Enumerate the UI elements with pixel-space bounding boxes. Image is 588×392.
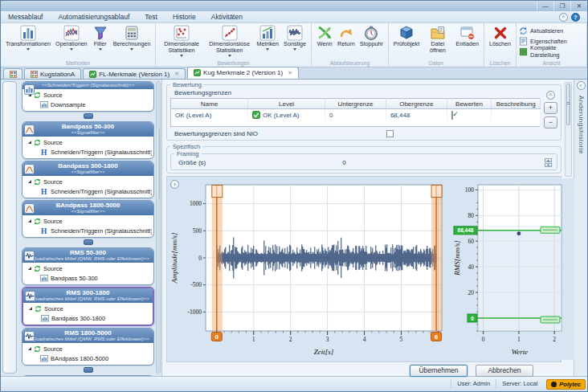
cell-obergrenze[interactable]: 68,448 — [386, 109, 447, 121]
source-row[interactable]: Source — [28, 90, 152, 100]
expander-icon[interactable] — [28, 347, 31, 350]
flow-node[interactable]: <<Schneiden/Triggern (Signalausschnitt)>… — [22, 81, 154, 112]
spinner-down-icon[interactable]: ▼ — [545, 163, 552, 167]
menu-item-aktivitäten[interactable]: Aktivitäten — [211, 13, 243, 21]
ribbon-button-compact[interactable]: Kompakte Darstellung — [519, 47, 584, 56]
column-header-beschreibung[interactable]: Beschreibung — [492, 99, 541, 109]
groesse-value[interactable]: 0 — [342, 159, 545, 166]
ribbon-button-scatter[interactable]: Dimensionale Statistiken — [158, 24, 204, 57]
menu-item-historie[interactable]: Historie — [173, 13, 196, 21]
tab-fl-merkmale-version-1-[interactable]: FL-Merkmale (Version 1)✕ — [83, 68, 186, 79]
expander-icon[interactable] — [29, 307, 32, 310]
bewertungsgrenzen-table[interactable]: NameLevelUntergrenzeObergrenzeBewertenBe… — [170, 98, 541, 127]
column-header-level[interactable]: Level — [248, 99, 325, 109]
child-row[interactable]: HSchneiden/Triggern (Signalausschnitt) — [28, 226, 152, 235]
expander-icon[interactable] — [28, 141, 31, 144]
cell-beschreibung[interactable] — [492, 109, 541, 121]
ribbon-button-calculator[interactable]: Berechnungen — [111, 24, 153, 51]
column-header-obergrenze[interactable]: Obergrenze — [386, 99, 447, 109]
flow-node[interactable]: Bandpass 300-1800<<Signalfilter>>SourceH… — [22, 161, 154, 198]
flow-node-header[interactable]: <<Schneiden/Triggern (Signalausschnitt)>… — [22, 82, 153, 89]
ribbon-button-metrics[interactable]: Metriken — [255, 24, 282, 51]
column-header-name[interactable]: Name — [171, 99, 248, 109]
source-row[interactable]: Source — [29, 304, 151, 313]
flow-node[interactable]: RMS 300-1800<<Quadratisches Mittel (QMW,… — [22, 287, 154, 326]
expander-icon[interactable] — [28, 267, 31, 270]
child-row[interactable]: Downsample — [28, 100, 152, 109]
child-row[interactable]: Bandpass 300-1800 — [29, 313, 151, 323]
collapse-ribbon-icon[interactable]: ^ — [559, 13, 568, 22]
ribbon-button-stopwatch[interactable]: Stoppuhr — [357, 24, 386, 47]
menu-item-automatisierungsablauf[interactable]: Automatisierungsablauf — [58, 13, 129, 21]
ribbon-button-misc[interactable]: Sonstige — [281, 24, 308, 51]
flow-node-header[interactable]: Bandpass 50-300<<Signalfilter>> — [22, 122, 153, 137]
spinner-up-icon[interactable]: ▲ — [545, 158, 552, 162]
close-button[interactable]: ✕ — [570, 2, 587, 10]
source-row[interactable]: Source — [28, 177, 152, 186]
ribbon-button-funnel[interactable]: Filter — [90, 24, 111, 51]
add-row-button[interactable]: + — [544, 102, 557, 114]
column-header-bewerten[interactable]: Bewerten — [447, 99, 492, 109]
main-scrollbar[interactable] — [565, 82, 572, 177]
source-row[interactable]: Source — [28, 137, 152, 147]
help-icon[interactable]: ? — [571, 13, 580, 22]
flow-node-header[interactable]: Bandpass 300-1800<<Signalfilter>> — [22, 161, 153, 176]
ribbon-button-branch[interactable]: Wenn — [314, 24, 335, 47]
flow-node[interactable]: RMS 50-300<<Quadratisches Mittel (QMW, R… — [22, 247, 154, 285]
cancel-button[interactable]: Abbrechen — [476, 365, 533, 377]
collapsed-left-panel[interactable] — [1, 80, 18, 376]
flow-node[interactable]: BAndpass 1800-5000<<Signalfilter>>Source… — [22, 200, 154, 238]
flow-node-header[interactable]: RMS 300-1800<<Quadratisches Mittel (QMW,… — [23, 288, 153, 303]
time-signal-chart[interactable]: -1000-500050010001234506Zeit[s]Amplitude… — [169, 178, 450, 357]
child-row[interactable]: Bandpass 50-300 — [28, 273, 152, 283]
ribbon-button-unload[interactable]: Entladen — [454, 24, 481, 47]
ribbon-button-scatter2[interactable]: Dimensionslose Statistiken — [205, 24, 255, 57]
expand-history-icon[interactable]: ‹ — [577, 81, 586, 90]
ribbon-button-folder[interactable]: Datei öffnen — [422, 24, 453, 54]
restore-button[interactable]: ❐ — [553, 2, 570, 10]
apply-button[interactable]: Übernehmen — [410, 365, 468, 377]
flow-node[interactable]: End<<Ende>> — [22, 375, 154, 376]
tab-close-icon[interactable]: ✕ — [174, 71, 179, 77]
menu-item-messablauf[interactable]: Messablauf — [8, 13, 43, 21]
child-row[interactable]: HSchneiden/Triggern (Signalausschnitt) — [28, 147, 152, 157]
table-row[interactable]: OK (Level A)OK (Level A)068,448 — [171, 109, 541, 121]
child-row[interactable]: BAndpass 1800-5000 — [28, 353, 152, 363]
ribbon-button-operations[interactable]: Operationen — [53, 24, 90, 51]
source-row[interactable]: Source — [28, 216, 152, 226]
flow-node-header[interactable]: BAndpass 1800-5000<<Signalfilter>> — [22, 201, 153, 215]
cell-bewerten[interactable] — [447, 109, 492, 121]
groesse-spinner[interactable]: ▲▼ — [545, 158, 552, 167]
flow-node-header[interactable]: RMS 1800-5000<<Quadratisches Mittel (QMW… — [22, 329, 153, 343]
nio-checkbox[interactable] — [386, 130, 394, 137]
sidebar-scroll-thumb[interactable] — [157, 129, 160, 199]
remove-row-button[interactable]: − — [544, 116, 557, 129]
flow-node[interactable]: Bandpass 50-300<<Signalfilter>>SourceHSc… — [22, 121, 154, 159]
ribbon-button-bar-chart[interactable]: Transformationen — [3, 24, 53, 51]
cell-untergrenze[interactable]: 0 — [325, 109, 386, 121]
ribbon-button-cube[interactable]: Prüfobjekt — [391, 24, 422, 47]
expand-chart-icon[interactable]: › — [170, 180, 179, 189]
main-scroll-thumb[interactable] — [566, 84, 570, 125]
column-header-untergrenze[interactable]: Untergrenze — [325, 99, 386, 109]
ribbon-button-return[interactable]: Return — [335, 24, 357, 47]
history-panel-strip[interactable]: ‹ Änderungshistorie — [574, 80, 587, 376]
cell-level[interactable]: OK (Level A) — [248, 109, 325, 121]
sidebar-scrollbar[interactable] — [156, 81, 161, 374]
rms-limit-chart[interactable]: 01202040608010068,4480WerteRMS[mm/s] — [452, 178, 574, 357]
tab-close-icon[interactable]: ✕ — [288, 70, 292, 76]
flow-node[interactable]: RMS 1800-5000<<Quadratisches Mittel (QMW… — [22, 328, 154, 365]
child-row[interactable]: HSchneiden/Triggern (Signalausschnitt) — [28, 186, 152, 196]
tab-kug-merkmale-2-version-1-[interactable]: Kug Merkmale 2 (Version 1)✕ — [187, 67, 299, 79]
source-row[interactable]: Source — [28, 344, 152, 353]
minimize-button[interactable]: — — [537, 2, 553, 10]
ribbon-button-refresh[interactable]: Aktualisieren — [519, 26, 563, 35]
source-row[interactable]: Source — [28, 263, 152, 273]
expander-icon[interactable] — [28, 180, 31, 183]
tab-kugstationa[interactable]: KugstationA — [24, 68, 81, 79]
menu-item-test[interactable]: Test — [145, 13, 157, 21]
docked-panel-stub[interactable] — [3, 68, 22, 79]
bewerten-checkbox[interactable] — [451, 111, 453, 120]
ribbon-button-delete[interactable]: Löschen — [487, 24, 513, 47]
flow-node-header[interactable]: RMS 50-300<<Quadratisches Mittel (QMW, R… — [22, 248, 153, 263]
